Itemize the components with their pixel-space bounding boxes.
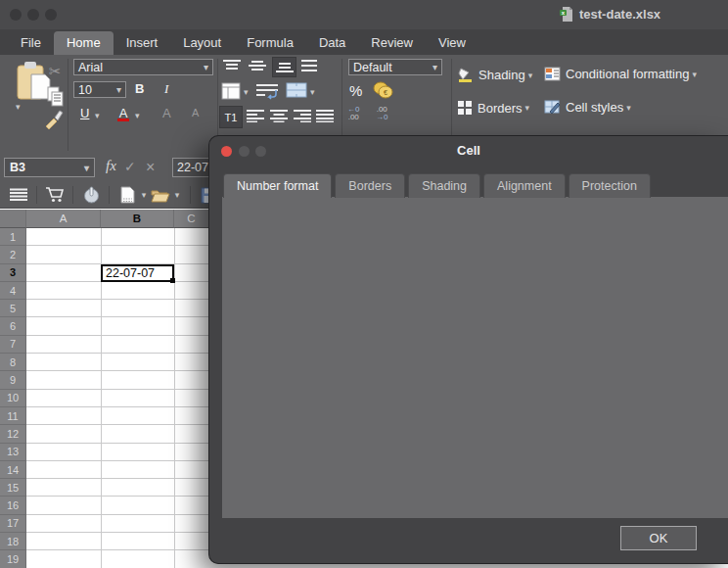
- row-header-18[interactable]: 18: [0, 533, 26, 550]
- open-dropdown-arrow[interactable]: ▾: [171, 185, 183, 205]
- select-mode-button[interactable]: [80, 185, 102, 205]
- store-button[interactable]: [44, 185, 66, 205]
- shading-dropdown-arrow[interactable]: ▾: [528, 71, 533, 80]
- conditional-formatting-dropdown-arrow[interactable]: ▾: [692, 70, 697, 79]
- accept-icon[interactable]: ✓: [124, 159, 136, 174]
- hamburger-icon: [10, 188, 27, 202]
- borders-dropdown-arrow[interactable]: ▾: [525, 103, 530, 113]
- paste-dropdown-arrow[interactable]: ▾: [16, 102, 21, 112]
- row-header-13[interactable]: 13: [0, 444, 26, 461]
- menu-tab-file[interactable]: File: [8, 31, 54, 55]
- menu-tab-home[interactable]: Home: [54, 31, 114, 55]
- dialog-tab-number-format[interactable]: Number format: [223, 173, 332, 198]
- cancel-icon[interactable]: ×: [146, 159, 155, 176]
- column-header-b[interactable]: B: [101, 210, 174, 228]
- merge-dropdown-arrow[interactable]: ▾: [310, 87, 315, 97]
- select-all-corner[interactable]: [0, 210, 26, 228]
- align-top-button[interactable]: [223, 60, 241, 72]
- conditional-formatting-button[interactable]: Conditional formatting ▾: [544, 67, 697, 81]
- row-header-14[interactable]: 14: [0, 461, 26, 479]
- wrap-text-button[interactable]: [256, 82, 278, 100]
- row-header-17[interactable]: 17: [0, 515, 26, 533]
- cell-styles-icon: [544, 100, 561, 115]
- row-header-4[interactable]: 4: [0, 282, 26, 300]
- menu-tab-layout[interactable]: Layout: [170, 31, 234, 55]
- row-header-15[interactable]: 15: [0, 479, 26, 497]
- clone-formatting-button[interactable]: [43, 108, 65, 129]
- bold-button[interactable]: B: [135, 81, 144, 96]
- column-header-c[interactable]: C: [174, 210, 209, 228]
- menu-tab-formula[interactable]: Formula: [234, 31, 306, 55]
- cell-styles-dropdown-arrow[interactable]: ▾: [626, 103, 631, 113]
- hand-pointer-icon: [83, 186, 100, 205]
- add-decimal-button[interactable]: ←0 .00: [347, 106, 359, 121]
- row-header-6[interactable]: 6: [0, 317, 26, 335]
- align-left-button[interactable]: [247, 110, 264, 122]
- row-header-19[interactable]: 19: [0, 550, 26, 568]
- minimize-window-button[interactable]: [27, 9, 39, 21]
- row-header-16[interactable]: 16: [0, 497, 26, 514]
- underline-dropdown-arrow[interactable]: ▾: [95, 111, 100, 120]
- number-format-combobox[interactable]: Default ▾: [348, 59, 442, 75]
- new-document-button[interactable]: [116, 185, 138, 205]
- font-size-combobox[interactable]: 10 ▾: [73, 81, 126, 98]
- row-header-10[interactable]: 10: [0, 390, 26, 407]
- shrink-font-button[interactable]: A: [192, 107, 199, 118]
- font-color-dropdown-arrow[interactable]: ▾: [135, 111, 140, 120]
- align-right-button[interactable]: [294, 110, 311, 122]
- align-center-button[interactable]: [270, 110, 288, 122]
- menu-toggle-button[interactable]: [8, 185, 29, 205]
- open-file-button[interactable]: [150, 185, 171, 205]
- delete-decimal-button[interactable]: .00 →0: [376, 106, 387, 121]
- center-vertically-button[interactable]: [249, 60, 266, 72]
- cut-icon[interactable]: ✂: [49, 63, 62, 80]
- text-orientation-button[interactable]: T1: [219, 106, 243, 128]
- row-header-1[interactable]: 1: [0, 228, 26, 246]
- copy-button[interactable]: [46, 86, 66, 108]
- menu-tab-data[interactable]: Data: [306, 31, 358, 55]
- insert-frame-button[interactable]: [221, 82, 241, 100]
- borders-button[interactable]: Borders ▾: [457, 100, 529, 116]
- dialog-tab-shading[interactable]: Shading: [408, 173, 480, 198]
- shading-button[interactable]: Shading ▾: [457, 67, 532, 83]
- cell-styles-button[interactable]: Cell styles ▾: [544, 100, 631, 115]
- menu-tab-insert[interactable]: Insert: [114, 31, 171, 55]
- close-window-button[interactable]: [10, 9, 22, 21]
- name-box-dropdown-arrow[interactable]: ▾: [84, 163, 89, 173]
- distribute-rows-icon: [301, 60, 317, 72]
- dialog-tab-protection[interactable]: Protection: [569, 173, 651, 198]
- ok-button[interactable]: OK: [620, 526, 697, 550]
- row-header-11[interactable]: 11: [0, 407, 26, 425]
- underline-button[interactable]: U: [80, 106, 89, 120]
- grow-font-button[interactable]: A: [162, 106, 171, 120]
- selected-cell-b3[interactable]: 22-07-07: [101, 264, 174, 282]
- align-bottom-button[interactable]: [272, 57, 296, 77]
- dialog-tab-alignment[interactable]: Alignment: [483, 173, 566, 198]
- wrap-text-icon: [256, 82, 278, 100]
- font-color-button[interactable]: A: [115, 104, 131, 121]
- merge-cells-button[interactable]: [286, 82, 307, 98]
- dialog-tab-borders[interactable]: Borders: [335, 173, 405, 198]
- percent-format-button[interactable]: %: [349, 82, 362, 99]
- row-header-9[interactable]: 9: [0, 371, 26, 389]
- menu-tab-review[interactable]: Review: [358, 31, 426, 55]
- menu-tab-view[interactable]: View: [426, 31, 478, 55]
- row-header-12[interactable]: 12: [0, 425, 26, 443]
- row-header-5[interactable]: 5: [0, 300, 26, 317]
- name-box[interactable]: B3 ▾: [4, 158, 95, 177]
- new-document-dropdown-arrow[interactable]: ▾: [138, 185, 150, 205]
- frame-dropdown-arrow[interactable]: ▾: [244, 87, 249, 97]
- zoom-window-button[interactable]: [45, 9, 57, 21]
- currency-format-button[interactable]: €: [373, 81, 394, 99]
- row-header-7[interactable]: 7: [0, 336, 26, 354]
- row-header-8[interactable]: 8: [0, 354, 26, 371]
- row-header-2[interactable]: 2: [0, 246, 26, 263]
- row-header-3[interactable]: 3: [0, 264, 26, 282]
- justify-button[interactable]: [316, 110, 334, 122]
- frame-icon: [221, 82, 241, 100]
- function-wizard-button[interactable]: fx: [106, 158, 116, 174]
- font-name-combobox[interactable]: Arial ▾: [73, 59, 213, 75]
- italic-button[interactable]: I: [164, 81, 168, 97]
- column-header-a[interactable]: A: [26, 210, 101, 228]
- distribute-rows-button[interactable]: [301, 60, 317, 72]
